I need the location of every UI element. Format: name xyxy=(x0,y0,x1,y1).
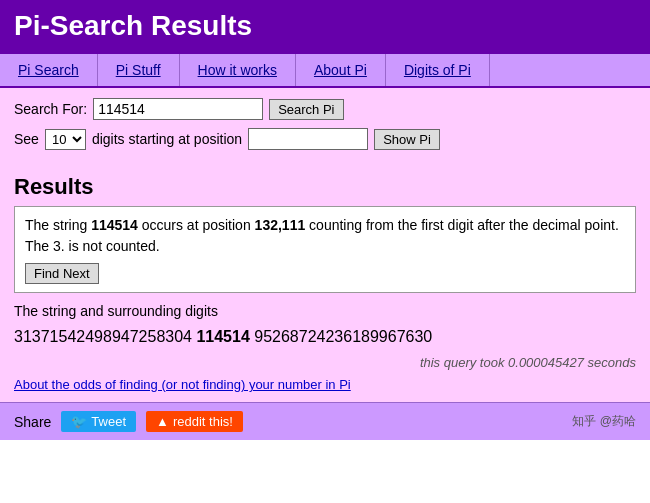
share-bar: Share 🐦 Tweet ▲ reddit this! 知乎 @药哈 xyxy=(0,402,650,440)
search-row: Search For: Search Pi xyxy=(14,98,636,120)
tweet-label: Tweet xyxy=(91,414,126,429)
occurrence-middle: occurs at position xyxy=(138,217,255,233)
navigation: Pi Search Pi Stuff How it works About Pi… xyxy=(0,54,650,88)
results-area: Results The string 114514 occurs at posi… xyxy=(0,168,650,402)
nav-digits-of-pi[interactable]: Digits of Pi xyxy=(386,54,490,86)
reddit-button[interactable]: ▲ reddit this! xyxy=(146,411,243,432)
pi-digits-display: 31371542498947258304 114514 952687242361… xyxy=(14,325,636,349)
position-input[interactable] xyxy=(248,128,368,150)
see-label: See xyxy=(14,131,39,147)
odds-link[interactable]: About the odds of finding (or not findin… xyxy=(14,377,351,392)
find-next-button[interactable]: Find Next xyxy=(25,263,99,284)
digits-before: 31371542498947258304 xyxy=(14,328,196,345)
see-row: See 10 20 30 40 50 digits starting at po… xyxy=(14,128,636,150)
search-input[interactable] xyxy=(93,98,263,120)
occurrence-prefix: The string xyxy=(25,217,91,233)
surrounding-label: The string and surrounding digits xyxy=(14,303,636,319)
nav-about-pi[interactable]: About Pi xyxy=(296,54,386,86)
reddit-label: reddit this! xyxy=(173,414,233,429)
page-header: Pi-Search Results xyxy=(0,0,650,54)
controls-area: Search For: Search Pi See 10 20 30 40 50… xyxy=(0,88,650,168)
twitter-icon: 🐦 xyxy=(71,414,87,429)
occurrence-position: 132,111 xyxy=(255,217,306,233)
share-label: Share xyxy=(14,414,51,430)
occurrence-text: The string 114514 occurs at position 132… xyxy=(25,215,625,257)
search-label: Search For: xyxy=(14,101,87,117)
reddit-icon: ▲ xyxy=(156,414,169,429)
occurrence-box: The string 114514 occurs at position 132… xyxy=(14,206,636,293)
page-title: Pi-Search Results xyxy=(14,10,636,42)
digits-select[interactable]: 10 20 30 40 50 xyxy=(45,129,86,150)
results-heading: Results xyxy=(14,174,636,200)
occurrence-string: 114514 xyxy=(91,217,138,233)
search-button[interactable]: Search Pi xyxy=(269,99,343,120)
watermark: 知乎 @药哈 xyxy=(572,413,636,430)
tweet-button[interactable]: 🐦 Tweet xyxy=(61,411,136,432)
nav-how-it-works[interactable]: How it works xyxy=(180,54,296,86)
digits-after: 95268724236189967630 xyxy=(250,328,432,345)
digits-highlight: 114514 xyxy=(196,328,249,345)
nav-pi-stuff[interactable]: Pi Stuff xyxy=(98,54,180,86)
query-time: this query took 0.000045427 seconds xyxy=(14,355,636,370)
show-pi-button[interactable]: Show Pi xyxy=(374,129,440,150)
digits-suffix: digits starting at position xyxy=(92,131,242,147)
nav-pi-search[interactable]: Pi Search xyxy=(0,54,98,86)
